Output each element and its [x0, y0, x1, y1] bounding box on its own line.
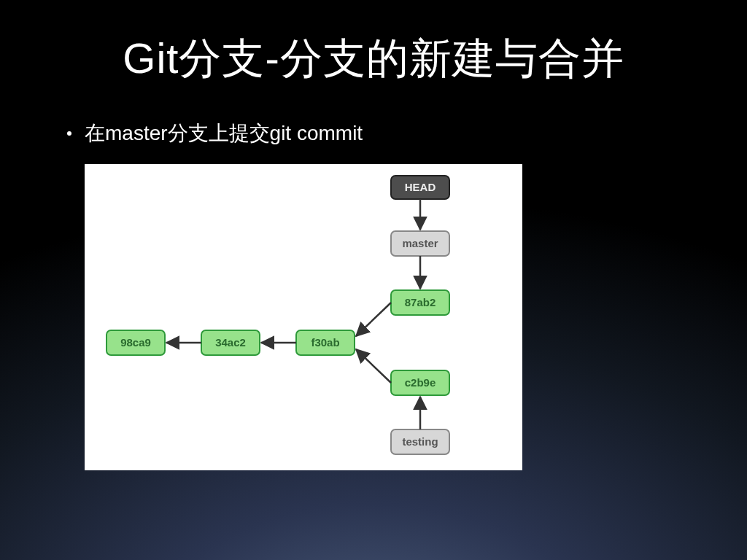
- slide-title: Git分支-分支的新建与合并: [0, 0, 747, 88]
- bullet-item: 在master分支上提交git commit: [67, 120, 747, 147]
- commit-label: c2b9e: [405, 376, 436, 389]
- commit-label: f30ab: [311, 336, 339, 349]
- parent-arrow: [356, 303, 391, 336]
- parent-arrow: [356, 349, 391, 383]
- branch-ref-label: master: [402, 237, 438, 249]
- branch-ref-label: testing: [402, 435, 438, 448]
- commit-label: 87ab2: [405, 296, 436, 308]
- head-ref-label: HEAD: [405, 181, 436, 193]
- commit-label: 98ca9: [120, 336, 151, 349]
- commit-label: 34ac2: [215, 336, 246, 349]
- bullet-text: 在master分支上提交git commit: [85, 120, 363, 147]
- bullet-dot-icon: [67, 131, 71, 136]
- git-branch-diagram: 98ca9 34ac2 f30ab 87ab2 c2b9e master HEA…: [85, 164, 522, 470]
